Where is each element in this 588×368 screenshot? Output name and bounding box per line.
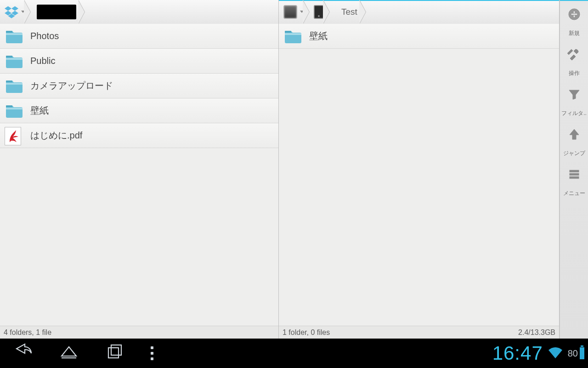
- wifi-icon: [548, 345, 563, 362]
- crumb-dropbox[interactable]: [0, 0, 30, 23]
- svg-rect-8: [6, 105, 12, 107]
- list-item[interactable]: Photos: [0, 24, 278, 49]
- right-pane: Test 壁紙 1 folder, 0 files 2.4/13.3GB: [279, 0, 560, 339]
- svg-rect-16: [570, 177, 579, 178]
- crumb-label: Test: [341, 7, 357, 17]
- folder-icon: [5, 28, 24, 45]
- crumb-device[interactable]: [309, 0, 329, 23]
- folder-icon: [5, 77, 24, 95]
- status-clock: 16:47: [492, 342, 543, 364]
- pdf-icon: [5, 127, 24, 144]
- folder-icon: [5, 102, 24, 120]
- left-status-text: 4 folders, 1 file: [4, 328, 51, 337]
- list-item[interactable]: Public: [0, 49, 278, 74]
- battery-icon: [580, 347, 584, 359]
- folder-icon: [5, 52, 24, 70]
- menu-icon: [567, 167, 581, 181]
- item-name: はじめに.pdf: [30, 129, 274, 142]
- svg-rect-6: [6, 56, 12, 58]
- list-item[interactable]: 壁紙: [0, 98, 278, 123]
- svg-rect-19: [111, 345, 121, 355]
- item-name: Photos: [30, 31, 274, 41]
- action-sidebar: 新規 操作 フィルタ.. ジャンプ メニュー: [560, 0, 588, 339]
- svg-rect-13: [567, 49, 572, 54]
- tools-icon: [567, 47, 581, 61]
- account-name-redacted: [37, 5, 76, 19]
- left-status-bar: 4 folders, 1 file: [0, 326, 278, 339]
- list-item[interactable]: はじめに.pdf: [0, 123, 278, 148]
- nav-overflow[interactable]: [151, 346, 153, 360]
- svg-rect-5: [6, 31, 12, 33]
- battery-percent: 80: [568, 348, 578, 359]
- svg-rect-18: [108, 348, 119, 358]
- item-name: カメラアップロード: [30, 80, 274, 92]
- right-breadcrumb: Test: [279, 0, 559, 24]
- sidebar-label: ジャンプ: [563, 150, 585, 157]
- chevron-down-icon: [300, 11, 304, 13]
- sidebar-operations[interactable]: 操作: [560, 41, 588, 81]
- svg-rect-9: [285, 31, 291, 33]
- svg-rect-12: [571, 13, 577, 15]
- right-status-bar: 1 folder, 0 files 2.4/13.3GB: [279, 326, 559, 339]
- right-file-list[interactable]: 壁紙: [279, 24, 559, 326]
- battery-indicator: 80: [568, 347, 584, 359]
- sidebar-menu[interactable]: メニュー: [560, 161, 588, 201]
- svg-marker-0: [5, 6, 11, 11]
- sidebar-label: 操作: [569, 69, 580, 77]
- folder-icon: [283, 28, 303, 45]
- tablet-icon: [314, 5, 324, 19]
- right-storage-text: 2.4/13.3GB: [518, 328, 555, 337]
- drive-icon: [283, 5, 297, 19]
- sidebar-label: フィルタ..: [561, 109, 587, 117]
- svg-rect-15: [570, 173, 579, 175]
- svg-marker-1: [11, 6, 18, 11]
- list-item[interactable]: カメラアップロード: [0, 74, 278, 98]
- item-name: Public: [30, 56, 274, 66]
- item-name: 壁紙: [309, 30, 554, 42]
- left-pane: Photos Public カメラアップロード: [0, 0, 279, 339]
- left-file-list[interactable]: Photos Public カメラアップロード: [0, 24, 278, 326]
- nav-home[interactable]: [59, 342, 79, 364]
- item-name: 壁紙: [30, 104, 274, 117]
- sidebar-label: メニュー: [563, 190, 585, 197]
- left-breadcrumb: [0, 0, 278, 24]
- arrow-up-icon: [567, 127, 581, 141]
- sidebar-filter[interactable]: フィルタ..: [560, 81, 588, 121]
- android-navbar: 16:47 80: [0, 339, 588, 368]
- crumb-storage-root[interactable]: [279, 0, 309, 23]
- list-item[interactable]: 壁紙: [279, 24, 559, 49]
- dropbox-icon: [5, 5, 18, 19]
- sidebar-jump[interactable]: ジャンプ: [560, 121, 588, 161]
- sidebar-new[interactable]: 新規: [560, 1, 588, 41]
- crumb-folder-test[interactable]: Test: [329, 0, 366, 23]
- plus-circle-icon: [567, 7, 581, 21]
- svg-rect-7: [6, 80, 12, 82]
- nav-back[interactable]: [13, 342, 33, 364]
- chevron-down-icon: [21, 11, 25, 13]
- nav-recent[interactable]: [105, 342, 125, 364]
- right-status-text: 1 folder, 0 files: [283, 328, 330, 337]
- dots-icon: [151, 346, 153, 360]
- filter-icon: [567, 87, 581, 101]
- sidebar-label: 新規: [569, 29, 580, 37]
- svg-rect-14: [570, 170, 579, 172]
- crumb-account[interactable]: [30, 0, 85, 23]
